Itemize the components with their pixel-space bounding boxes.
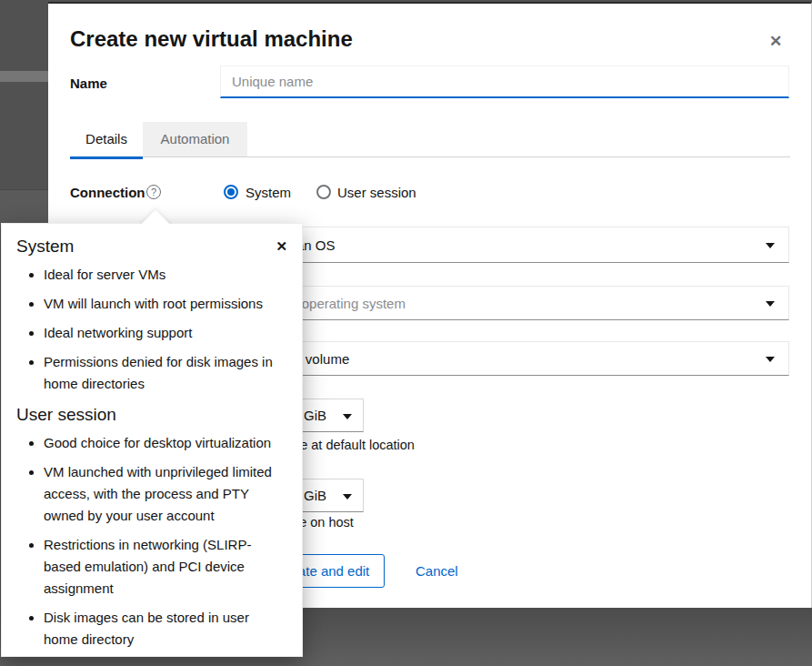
popover-close-button[interactable]: ✕ bbox=[276, 238, 287, 255]
connection-label: Connection bbox=[70, 185, 145, 200]
close-icon: ✕ bbox=[276, 238, 287, 254]
radio-system-label[interactable]: System bbox=[246, 185, 291, 200]
screen: Create new virtual machine ✕ Name Detail… bbox=[0, 0, 812, 666]
popover-section-title-user-session: User session bbox=[16, 405, 287, 425]
tab-automation-label: Automation bbox=[161, 131, 230, 146]
list-item: VM will launch with root permissions bbox=[44, 293, 287, 315]
list-item: VM launched with unprivileged limited ac… bbox=[44, 461, 287, 527]
cancel-button[interactable]: Cancel bbox=[416, 554, 458, 588]
connection-help-popover: ✕ System Ideal for server VMs VM will la… bbox=[1, 223, 303, 657]
radio-user-session-label[interactable]: User session bbox=[337, 185, 416, 200]
tab-automation[interactable]: Automation bbox=[143, 122, 247, 156]
tabs-divider bbox=[70, 156, 790, 157]
caret-down-icon bbox=[766, 357, 775, 362]
list-item: Ideal for server VMs bbox=[44, 264, 287, 286]
list-item: Ideal networking support bbox=[44, 322, 287, 344]
caret-down-icon bbox=[343, 494, 352, 500]
list-item: Good choice for desktop virtualization bbox=[44, 432, 287, 454]
system-benefits-list: Ideal for server VMs VM will launch with… bbox=[29, 264, 287, 395]
question-mark-icon: ? bbox=[151, 187, 156, 197]
caret-down-icon bbox=[766, 301, 775, 307]
memory-unit-value: GiB bbox=[304, 488, 326, 503]
tab-details-label: Details bbox=[85, 131, 127, 146]
dialog-tabs: Details Automation bbox=[48, 122, 812, 158]
radio-system[interactable] bbox=[224, 185, 238, 199]
list-item: Restrictions in networking (SLIRP- based… bbox=[44, 534, 287, 600]
caret-down-icon bbox=[766, 243, 775, 248]
user-session-notes-list: Good choice for desktop virtualization V… bbox=[29, 432, 287, 651]
popover-section-title-system: System bbox=[16, 237, 287, 257]
active-tab-underline bbox=[70, 156, 143, 159]
dialog-close-button[interactable]: ✕ bbox=[765, 31, 787, 53]
popover-body: ✕ System Ideal for server VMs VM will la… bbox=[2, 224, 302, 656]
close-icon: ✕ bbox=[769, 33, 782, 50]
tab-details[interactable]: Details bbox=[70, 122, 143, 156]
list-item: Disk images can be stored in user home d… bbox=[44, 607, 287, 651]
storage-size-unit-value: GiB bbox=[304, 408, 326, 423]
storage-select[interactable]: Create new volume bbox=[220, 341, 789, 376]
name-label: Name bbox=[70, 76, 107, 91]
caret-down-icon bbox=[343, 414, 352, 419]
name-input[interactable] bbox=[220, 66, 789, 98]
installation-type-select[interactable]: Download an OS bbox=[220, 227, 789, 263]
list-item: Permissions denied for disk images in ho… bbox=[44, 351, 287, 395]
operating-system-select[interactable]: Choose an operating system bbox=[220, 286, 789, 320]
dialog-title: Create new virtual machine bbox=[70, 25, 353, 53]
radio-user-session[interactable] bbox=[316, 185, 331, 199]
connection-help-icon[interactable]: ? bbox=[146, 185, 161, 199]
